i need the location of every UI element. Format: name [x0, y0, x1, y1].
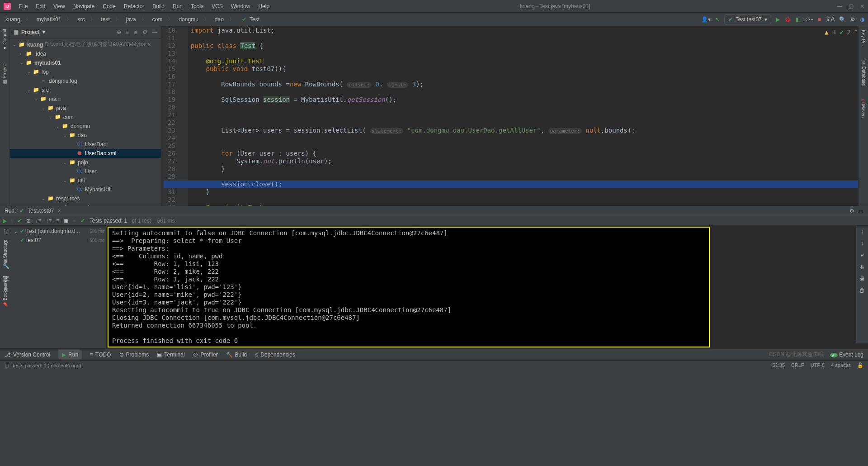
- problems-tool[interactable]: ⊘ Problems: [119, 352, 149, 358]
- run-config-selector[interactable]: ✔ Test.test07 ▾: [724, 14, 771, 24]
- user-icon[interactable]: 👤▾: [701, 16, 711, 23]
- settings-icon[interactable]: ⚙: [850, 16, 855, 23]
- menu-refactor[interactable]: Refactor: [120, 2, 148, 11]
- down-arrow-icon[interactable]: ↓: [861, 240, 863, 247]
- sort-icon-2[interactable]: ↑≡: [46, 218, 52, 224]
- run-icon[interactable]: ▶: [776, 16, 780, 23]
- profile-icon[interactable]: ⏲▾: [805, 16, 813, 23]
- debug-icon[interactable]: 🐞: [784, 16, 791, 23]
- maven-tool[interactable]: m Maven: [861, 99, 866, 118]
- menu-code[interactable]: Code: [99, 2, 119, 11]
- gear-icon[interactable]: ⚙: [142, 29, 147, 35]
- soft-wrap-icon[interactable]: ⤶: [860, 252, 864, 258]
- close-icon[interactable]: ✕: [860, 3, 864, 10]
- code-area[interactable]: ▲3 ✔2 ˄ ˅ 101112131415161718192021222324…: [161, 27, 868, 211]
- build-tool[interactable]: 🔨 Build: [226, 352, 247, 358]
- tree-item[interactable]: ⌄📁util: [10, 176, 161, 185]
- encoding[interactable]: UTF-8: [811, 362, 825, 368]
- version-control-tool[interactable]: ⎇ Version Control: [5, 352, 50, 358]
- collapse-icon[interactable]: ≡: [126, 29, 129, 35]
- stop-icon[interactable]: ■: [818, 16, 821, 23]
- maximize-icon[interactable]: ▢: [849, 3, 854, 10]
- rerun-icon[interactable]: ▶: [3, 218, 7, 224]
- test-tree-item[interactable]: ✔test07601 ms: [14, 236, 104, 245]
- bookmarks-tool[interactable]: 🔖 Bookmarks: [3, 278, 8, 307]
- todo-tool[interactable]: ≡ TODO: [90, 352, 111, 358]
- run-tool[interactable]: ▶ Run: [58, 350, 82, 359]
- breadcrumb-item[interactable]: dongmu: [177, 15, 200, 24]
- expand-all-icon[interactable]: ≡: [56, 218, 59, 224]
- translate-icon[interactable]: 文A: [826, 15, 835, 23]
- menu-navigate[interactable]: Navigate: [70, 2, 98, 11]
- tree-item[interactable]: ⌄📁src: [10, 86, 161, 95]
- tool-windows-icon[interactable]: ▢: [5, 362, 9, 368]
- tree-item[interactable]: ⌄📁dao: [10, 131, 161, 140]
- breadcrumb-item[interactable]: dao: [213, 15, 226, 24]
- tree-item[interactable]: ⌄📁log: [10, 67, 161, 76]
- clear-icon[interactable]: 🗑: [859, 287, 865, 294]
- tree-item[interactable]: ⌄📁resources: [10, 194, 161, 203]
- menu-run[interactable]: Run: [169, 2, 186, 11]
- key-promoter-tool[interactable]: Key Pr...: [861, 30, 866, 47]
- fail-filter-icon[interactable]: ⊘: [26, 218, 31, 224]
- dependencies-tool[interactable]: ⎋ Dependencies: [255, 352, 295, 358]
- menu-view[interactable]: View: [50, 2, 69, 11]
- hammer-icon[interactable]: ↖: [715, 16, 720, 23]
- minimize-icon[interactable]: —: [837, 3, 842, 10]
- test-tree-item[interactable]: ⌄✔Test (com.dongmu.d...601 ms: [14, 227, 104, 236]
- tree-item[interactable]: ≡dongmu.log: [10, 76, 161, 86]
- menu-tools[interactable]: Tools: [187, 2, 207, 11]
- up-icon[interactable]: ˄: [854, 29, 858, 36]
- tree-item[interactable]: ⌄📁dongmu: [10, 122, 161, 131]
- project-view-icon[interactable]: ▦: [14, 29, 19, 35]
- project-tree[interactable]: ⌄📁kuang D:\word文档\电子版练习册\JAVA\03-Mybatis…: [10, 38, 161, 206]
- gear-icon[interactable]: ⚙: [849, 208, 854, 214]
- menu-build[interactable]: Build: [149, 2, 168, 11]
- structure-tool[interactable]: ▦ Structure: [3, 240, 8, 264]
- search-icon[interactable]: 🔍: [839, 16, 846, 23]
- print-icon[interactable]: 🖶: [859, 276, 865, 282]
- hide-icon[interactable]: —: [858, 208, 863, 214]
- breadcrumb-item[interactable]: test: [99, 15, 111, 24]
- menu-window[interactable]: Window: [227, 2, 254, 11]
- lock-icon[interactable]: 🔓: [857, 362, 863, 368]
- tab-close-icon[interactable]: ×: [57, 208, 61, 214]
- breadcrumb-item[interactable]: mybatis01: [35, 15, 63, 24]
- stop-icon[interactable]: ⬚: [4, 228, 9, 234]
- breadcrumb-item[interactable]: ✔ Test: [238, 15, 261, 24]
- tree-item[interactable]: ⬣UserDao.xml: [10, 149, 161, 158]
- scroll-icon[interactable]: ⇊: [860, 264, 864, 270]
- database-tool[interactable]: 🗄 Database: [861, 61, 866, 86]
- tree-item[interactable]: ⌄📁main: [10, 95, 161, 104]
- menu-vcs[interactable]: VCS: [208, 2, 226, 11]
- tree-item[interactable]: ⒸMybatisUtil: [10, 185, 161, 194]
- commit-tool[interactable]: ● Commit: [2, 29, 7, 51]
- tree-item[interactable]: ⌄📁com: [10, 113, 161, 122]
- caret-position[interactable]: 51:35: [773, 362, 785, 368]
- menu-file[interactable]: File: [15, 2, 31, 11]
- up-arrow-icon[interactable]: ↑: [861, 228, 863, 235]
- test-tree[interactable]: ⌄✔Test (com.dongmu.d...601 ms✔test07601 …: [12, 226, 107, 348]
- expand-icon[interactable]: ≢: [133, 29, 138, 35]
- tree-item[interactable]: ⒾUserDao: [10, 140, 161, 149]
- line-separator[interactable]: CRLF: [791, 362, 804, 368]
- collapse-all-icon[interactable]: ≣: [64, 218, 68, 224]
- indent[interactable]: 4 spaces: [831, 362, 851, 368]
- tree-item[interactable]: ⌄📁java: [10, 104, 161, 113]
- tree-root[interactable]: ⌄📁kuang D:\word文档\电子版练习册\JAVA\03-Mybatis: [10, 40, 161, 49]
- project-tool[interactable]: ▦ Project: [2, 64, 7, 85]
- profiler-tool[interactable]: ⏲ Profiler: [193, 352, 218, 358]
- breadcrumb-item[interactable]: kuang: [4, 15, 22, 24]
- tree-item[interactable]: ⌄📁mybatis01: [10, 58, 161, 67]
- breadcrumb-item[interactable]: java: [124, 15, 138, 24]
- breadcrumb-item[interactable]: com: [151, 15, 165, 24]
- tree-item[interactable]: ⌄📁pojo: [10, 158, 161, 167]
- hide-icon[interactable]: —: [152, 29, 157, 35]
- target-icon[interactable]: ⊕: [117, 29, 121, 35]
- code-with-me-icon[interactable]: ◑: [860, 16, 864, 23]
- chevron-down-icon[interactable]: ▾: [42, 29, 45, 35]
- pass-filter-icon[interactable]: ✔: [17, 218, 22, 224]
- event-log-tool[interactable]: 9+ Event Log: [830, 352, 863, 358]
- menu-help[interactable]: Help: [255, 2, 273, 11]
- breadcrumb-item[interactable]: src: [75, 15, 86, 24]
